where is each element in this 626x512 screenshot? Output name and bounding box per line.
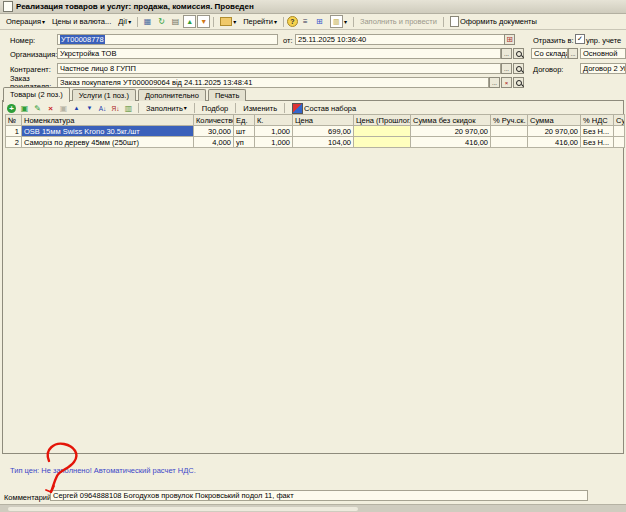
col-header-num[interactable]: №	[6, 115, 22, 126]
cell-nomenclature[interactable]: OSB 15мм Swiss Krono 30.5кг./шт	[22, 126, 194, 137]
tab-print[interactable]: Печать	[208, 89, 247, 101]
cell-price-prev[interactable]	[354, 137, 411, 148]
col-header-manual-discount[interactable]: % Руч.ск.	[491, 115, 528, 126]
pick-button[interactable]: Подбор	[199, 104, 231, 113]
comment-input[interactable]: Сергей 0964888108 Богодухов провулок Пок…	[50, 490, 588, 501]
order-ellipsis-button[interactable]: ...	[489, 77, 500, 88]
date-input[interactable]: 25.11.2025 10:36:40	[295, 34, 505, 45]
cell-sum[interactable]: 20 970,00	[528, 126, 581, 137]
delete-row-icon[interactable]: ×	[45, 103, 56, 114]
table-row: 1 OSB 15мм Swiss Krono 30.5кг./шт 30,000…	[6, 126, 625, 137]
organization-input[interactable]: Укрстройка ТОВ	[57, 48, 501, 59]
cell-num[interactable]: 1	[6, 126, 22, 137]
organization-ellipsis-button[interactable]: ...	[501, 48, 512, 59]
scrollbar-thumb[interactable]	[8, 507, 358, 511]
fill-menu-button[interactable]: Заполнить▾	[143, 104, 190, 113]
fill-and-post-button[interactable]: Заполнить и провести	[357, 17, 440, 26]
organization-open-button[interactable]	[513, 48, 524, 59]
cell-price[interactable]: 699,00	[293, 126, 354, 137]
col-header-k[interactable]: К.	[255, 115, 293, 126]
set-contents-icon	[292, 103, 303, 114]
copy-out-icon[interactable]: ▼	[197, 15, 210, 28]
sort-ascending-icon[interactable]: А↓	[97, 103, 108, 114]
cell-vat-sum[interactable]	[614, 137, 625, 148]
warehouse-ellipsis-button[interactable]: ...	[568, 48, 578, 59]
warehouse-mode-input[interactable]: Со склада	[531, 48, 568, 59]
disabled-grid-icon: ▣	[58, 103, 69, 114]
contract-input[interactable]: Договор 2 Укр	[580, 63, 626, 74]
operation-menu-button[interactable]: Операция▾	[3, 17, 48, 26]
tab-additional[interactable]: Дополнительно	[138, 89, 206, 101]
col-header-price[interactable]: Цена	[293, 115, 354, 126]
cell-quantity[interactable]: 4,000	[194, 137, 234, 148]
cell-manual-discount[interactable]	[491, 137, 528, 148]
chevron-down-icon: ▾	[274, 19, 277, 25]
col-header-vat-sum[interactable]: Сумма	[614, 115, 625, 126]
col-header-nomenclature[interactable]: Номенклатура	[22, 115, 194, 126]
counterparty-open-button[interactable]	[513, 63, 524, 74]
cell-manual-discount[interactable]	[491, 126, 528, 137]
grid-toolbar: + ▣ ✎ × ▣ ▲ ▼ А↓ Я↓ ▥ Заполнить▾ Подбор …	[6, 102, 621, 114]
list-settings-icon[interactable]: ≡	[299, 15, 312, 28]
order-open-button[interactable]	[513, 77, 524, 88]
toolbar-separator	[194, 103, 195, 113]
calendar-button[interactable]: ⊞	[504, 34, 515, 45]
cell-sum-no-discount[interactable]: 20 970,00	[411, 126, 491, 137]
cell-vat[interactable]: Без Н...	[581, 137, 614, 148]
cell-num[interactable]: 2	[6, 137, 22, 148]
copy-in-icon[interactable]: ▲	[183, 15, 196, 28]
col-header-unit[interactable]: Ед.	[234, 115, 255, 126]
cell-unit[interactable]: шт	[234, 126, 255, 137]
document-icon	[3, 1, 13, 12]
cell-vat-sum[interactable]	[614, 126, 625, 137]
post-document-icon[interactable]: ▦	[141, 15, 154, 28]
tab-goods[interactable]: Товары (2 поз.)	[3, 87, 70, 102]
structure-icon[interactable]: ⊞	[313, 15, 326, 28]
col-header-sum-no-discount[interactable]: Сумма без скидок	[411, 115, 491, 126]
toolbar-separator	[284, 103, 285, 113]
cell-sum[interactable]: 416,00	[528, 137, 581, 148]
help-icon[interactable]: ?	[287, 16, 298, 27]
move-up-icon[interactable]: ▲	[71, 103, 82, 114]
set-contents-button[interactable]: Состав набора	[289, 103, 359, 114]
cell-price-prev[interactable]	[354, 126, 411, 137]
management-accounting-checkbox[interactable]: ✓	[575, 34, 585, 44]
move-down-icon[interactable]: ▼	[84, 103, 95, 114]
history-button[interactable]: ▥▾	[327, 15, 350, 28]
cell-nomenclature[interactable]: Саморіз по дереву 45мм (250шт)	[22, 137, 194, 148]
number-input[interactable]: УТ00008778	[57, 34, 278, 45]
counterparty-ellipsis-button[interactable]: ...	[501, 63, 512, 74]
sort-descending-icon[interactable]: Я↓	[110, 103, 121, 114]
col-header-price-prev[interactable]: Цена (Прошлог...	[354, 115, 411, 126]
cell-k[interactable]: 1,000	[255, 137, 293, 148]
chevron-down-icon: ▾	[42, 19, 45, 25]
related-documents-button[interactable]: ▾	[217, 17, 239, 26]
levels-icon[interactable]: ▥	[123, 103, 134, 114]
magnifier-icon	[516, 51, 522, 57]
col-header-vat[interactable]: % НДС	[581, 115, 614, 126]
tab-services[interactable]: Услуги (1 поз.)	[72, 89, 136, 101]
make-documents-button[interactable]: Оформить документы	[447, 16, 540, 27]
cell-vat[interactable]: Без Н...	[581, 126, 614, 137]
col-header-quantity[interactable]: Количество	[194, 115, 234, 126]
ellipsis-icon: ...	[570, 51, 575, 57]
cell-unit[interactable]: уп	[234, 137, 255, 148]
refresh-icon[interactable]: ↻	[155, 15, 168, 28]
copy-row-icon[interactable]: ▣	[19, 103, 30, 114]
counterparty-input[interactable]: Частное лицо 8 ГУПП	[57, 63, 501, 74]
prices-currency-button[interactable]: Цены и валюта...	[49, 17, 114, 26]
goto-menu-button[interactable]: Перейти▾	[240, 17, 280, 26]
order-clear-button[interactable]: ×	[501, 77, 512, 88]
warehouse-input[interactable]: Основной	[580, 48, 626, 59]
journal-icon[interactable]: ▤	[169, 15, 182, 28]
cell-price[interactable]: 104,00	[293, 137, 354, 148]
col-header-sum[interactable]: Сумма	[528, 115, 581, 126]
cell-quantity[interactable]: 30,000	[194, 126, 234, 137]
actions-menu-button[interactable]: Дії▾	[115, 17, 134, 26]
cell-sum-no-discount[interactable]: 416,00	[411, 137, 491, 148]
add-row-icon[interactable]: +	[7, 104, 16, 113]
change-button[interactable]: Изменить	[240, 104, 280, 113]
cell-k[interactable]: 1,000	[255, 126, 293, 137]
reflect-label: Отразить в:	[533, 36, 574, 45]
edit-row-icon[interactable]: ✎	[32, 103, 43, 114]
